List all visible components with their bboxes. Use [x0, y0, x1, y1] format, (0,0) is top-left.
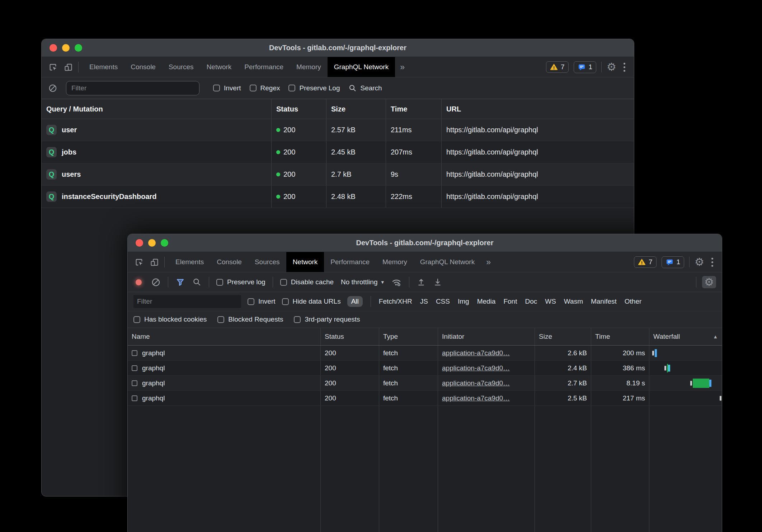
network-conditions-icon[interactable]	[391, 277, 402, 288]
column-header-type[interactable]: Type	[379, 328, 438, 345]
zoom-button[interactable]	[75, 44, 82, 52]
column-header-status[interactable]: Status	[321, 328, 379, 345]
table-row[interactable]: QinstanceSecurityDashboard 200 2.48 kB 2…	[42, 186, 634, 208]
close-button[interactable]	[50, 44, 57, 52]
preserve-log-checkbox[interactable]: Preserve Log	[288, 84, 340, 92]
inspect-element-icon[interactable]	[48, 62, 58, 72]
table-row[interactable]: graphql 200 fetch application-a7ca9d0… 2…	[128, 361, 722, 376]
hide-data-urls-checkbox[interactable]: Hide data URLs	[282, 298, 341, 305]
filter-chip-fetch-xhr[interactable]: Fetch/XHR	[379, 298, 412, 305]
row-checkbox[interactable]	[132, 350, 137, 356]
invert-checkbox[interactable]: Invert	[213, 84, 241, 92]
filter-input[interactable]	[66, 81, 199, 95]
minimize-button[interactable]	[148, 239, 156, 247]
device-toolbar-icon[interactable]	[150, 257, 159, 267]
zoom-button[interactable]	[161, 239, 168, 247]
throttling-dropdown[interactable]: No throttling ▾	[341, 278, 384, 286]
close-button[interactable]	[136, 239, 143, 247]
tab-sources[interactable]: Sources	[248, 252, 286, 272]
clear-network-log-icon[interactable]	[151, 277, 161, 287]
row-checkbox[interactable]	[132, 365, 137, 371]
export-har-icon[interactable]	[433, 277, 442, 287]
clear-icon[interactable]	[48, 84, 57, 93]
search-icon[interactable]	[192, 277, 202, 287]
table-row[interactable]: Qjobs 200 2.45 kB 207ms https://gitlab.c…	[42, 141, 634, 163]
more-tabs-chevron-icon[interactable]: »	[395, 57, 410, 77]
filter-chip-font[interactable]: Font	[503, 298, 517, 305]
tab-sources[interactable]: Sources	[162, 57, 200, 77]
issues-badge[interactable]: 1	[662, 256, 685, 268]
initiator-link[interactable]: application-a7ca9d0…	[442, 349, 510, 357]
filter-funnel-icon[interactable]	[175, 277, 185, 287]
filter-chip-doc[interactable]: Doc	[525, 298, 537, 305]
tab-console[interactable]: Console	[124, 57, 162, 77]
preserve-log-checkbox[interactable]: Preserve log	[216, 278, 265, 286]
column-header-size[interactable]: Size	[535, 328, 591, 345]
minimize-button[interactable]	[62, 44, 70, 52]
titlebar[interactable]: DevTools - gitlab.com/-/graphql-explorer	[42, 39, 634, 57]
filter-chip-js[interactable]: JS	[420, 298, 428, 305]
column-header-waterfall[interactable]: Waterfall ▲	[649, 328, 722, 345]
more-tabs-chevron-icon[interactable]: »	[481, 252, 496, 272]
tab-graphql-network[interactable]: GraphQL Network	[328, 57, 395, 77]
filter-input[interactable]	[133, 295, 241, 308]
regex-checkbox[interactable]: Regex	[250, 84, 280, 92]
import-har-icon[interactable]	[417, 277, 426, 287]
tab-network[interactable]: Network	[286, 252, 324, 272]
invert-checkbox[interactable]: Invert	[248, 298, 276, 305]
tab-memory[interactable]: Memory	[376, 252, 414, 272]
filter-chip-img[interactable]: Img	[458, 298, 469, 305]
table-row[interactable]: graphql 200 fetch application-a7ca9d0… 2…	[128, 346, 722, 361]
filter-chip-all[interactable]: All	[347, 296, 363, 307]
kebab-menu-icon[interactable]	[621, 63, 627, 72]
table-row[interactable]: Quser 200 2.57 kB 211ms https://gitlab.c…	[42, 119, 634, 141]
warnings-badge[interactable]: 7	[634, 256, 657, 268]
issues-badge[interactable]: 1	[574, 61, 597, 73]
tab-network[interactable]: Network	[200, 57, 238, 77]
tab-elements[interactable]: Elements	[169, 252, 210, 272]
filter-chip-manifest[interactable]: Manifest	[591, 298, 617, 305]
tab-console[interactable]: Console	[210, 252, 248, 272]
initiator-link[interactable]: application-a7ca9d0…	[442, 364, 510, 372]
filter-chip-media[interactable]: Media	[477, 298, 496, 305]
tab-graphql-network[interactable]: GraphQL Network	[414, 252, 481, 272]
row-checkbox[interactable]	[132, 395, 137, 401]
record-network-log-button[interactable]	[136, 279, 142, 285]
tab-elements[interactable]: Elements	[83, 57, 124, 77]
filter-chip-wasm[interactable]: Wasm	[564, 298, 583, 305]
titlebar[interactable]: DevTools - gitlab.com/-/graphql-explorer	[128, 234, 722, 252]
row-checkbox[interactable]	[132, 380, 137, 386]
warnings-badge[interactable]: 7	[546, 61, 569, 73]
device-toolbar-icon[interactable]	[64, 62, 73, 72]
column-header-time[interactable]: Time	[591, 328, 649, 345]
column-header-name[interactable]: Name	[128, 328, 321, 345]
column-header-url[interactable]: URL	[442, 99, 634, 119]
tab-performance[interactable]: Performance	[324, 252, 376, 272]
settings-gear-icon[interactable]: ⚙	[607, 62, 616, 72]
network-settings-gear-icon[interactable]: ⚙	[702, 276, 716, 288]
column-header-status[interactable]: Status	[272, 99, 326, 119]
column-header-time[interactable]: Time	[386, 99, 442, 119]
initiator-link[interactable]: application-a7ca9d0…	[442, 379, 510, 387]
inspect-element-icon[interactable]	[134, 257, 144, 267]
disable-cache-checkbox[interactable]: Disable cache	[280, 278, 334, 286]
tab-memory[interactable]: Memory	[290, 57, 328, 77]
filter-chip-css[interactable]: CSS	[436, 298, 450, 305]
blocked-requests-checkbox[interactable]: Blocked Requests	[217, 315, 283, 323]
settings-gear-icon[interactable]: ⚙	[695, 257, 704, 267]
size-value: 2.45 kB	[326, 141, 386, 163]
tab-performance[interactable]: Performance	[238, 57, 290, 77]
has-blocked-cookies-checkbox[interactable]: Has blocked cookies	[133, 315, 207, 323]
column-header-initiator[interactable]: Initiator	[438, 328, 535, 345]
search-control[interactable]: Search	[348, 84, 382, 92]
filter-chip-ws[interactable]: WS	[545, 298, 556, 305]
initiator-link[interactable]: application-a7ca9d0…	[442, 394, 510, 402]
table-row[interactable]: graphql 200 fetch application-a7ca9d0… 2…	[128, 376, 722, 391]
table-row[interactable]: graphql 200 fetch application-a7ca9d0… 2…	[128, 391, 722, 406]
column-header-size[interactable]: Size	[326, 99, 386, 119]
third-party-requests-checkbox[interactable]: 3rd-party requests	[294, 315, 360, 323]
kebab-menu-icon[interactable]	[709, 258, 715, 267]
table-row[interactable]: Qusers 200 2.7 kB 9s https://gitlab.com/…	[42, 163, 634, 186]
column-header-query-mutation[interactable]: Query / Mutation	[42, 99, 272, 119]
filter-chip-other[interactable]: Other	[625, 298, 642, 305]
